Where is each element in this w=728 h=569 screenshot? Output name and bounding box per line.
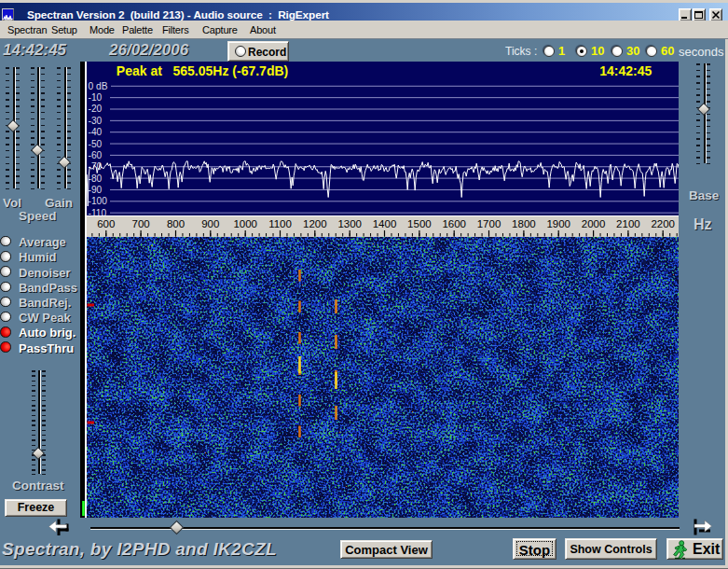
svg-text:1300: 1300 xyxy=(337,217,362,229)
svg-text:700: 700 xyxy=(131,217,149,229)
svg-text:1900: 1900 xyxy=(546,217,570,229)
svg-text:-30: -30 xyxy=(88,116,102,126)
svg-text:1500: 1500 xyxy=(407,217,432,229)
svg-text:1600: 1600 xyxy=(442,217,466,229)
svg-text:-60: -60 xyxy=(88,150,102,160)
svg-text:600: 600 xyxy=(97,217,115,229)
svg-text:-40: -40 xyxy=(88,127,102,137)
svg-text:800: 800 xyxy=(167,217,185,229)
svg-text:2100: 2100 xyxy=(616,217,640,229)
svg-text:1000: 1000 xyxy=(233,217,257,229)
svg-text:-10: -10 xyxy=(88,92,102,103)
svg-text:1100: 1100 xyxy=(268,217,292,229)
svg-text:-50: -50 xyxy=(88,139,102,149)
svg-text:1800: 1800 xyxy=(512,217,536,229)
svg-text:900: 900 xyxy=(201,217,219,229)
svg-text:0 dB: 0 dB xyxy=(88,81,107,91)
svg-text:1400: 1400 xyxy=(373,217,397,229)
svg-text:-80: -80 xyxy=(88,173,102,184)
svg-text:1200: 1200 xyxy=(303,217,327,229)
svg-text:-20: -20 xyxy=(88,104,102,114)
svg-text:2000: 2000 xyxy=(582,217,606,229)
svg-text:-110: -110 xyxy=(88,208,106,215)
svg-text:2200: 2200 xyxy=(651,217,675,229)
svg-text:1700: 1700 xyxy=(477,217,501,229)
svg-text:-90: -90 xyxy=(88,185,102,195)
svg-text:-100: -100 xyxy=(88,196,107,206)
